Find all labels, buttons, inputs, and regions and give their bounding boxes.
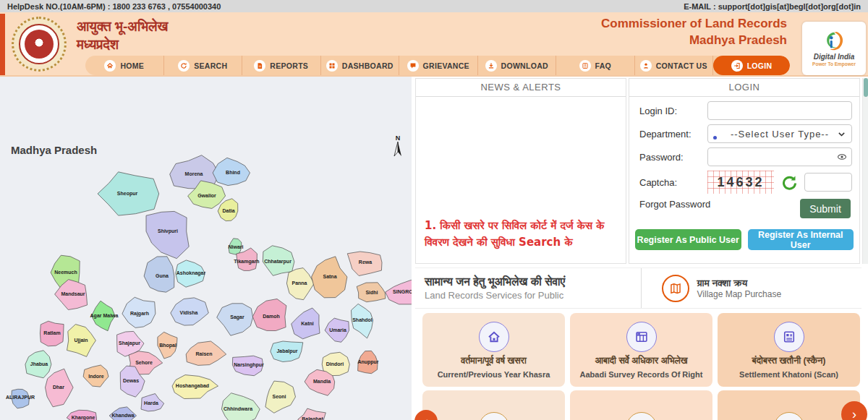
map-panel: Madhya Pradesh N SheopurMorenaBhindGwali… — [0, 77, 414, 420]
register-internal-user-button[interactable]: Register As Internal User — [748, 229, 854, 250]
search-icon — [178, 60, 190, 72]
scrollbar[interactable] — [862, 78, 868, 264]
main-content: Madhya Pradesh N SheopurMorenaBhindGwali… — [0, 77, 868, 420]
faq-icon — [579, 60, 591, 72]
district-label: Khandwa — [111, 413, 134, 418]
eye-icon[interactable] — [837, 152, 847, 162]
nav-contact-us[interactable]: CONTACT US — [635, 56, 714, 75]
district-label: Mandsaur — [61, 291, 85, 296]
nav-grievance[interactable]: GRIEVANCE — [399, 56, 478, 75]
district-label: Ashoknagar — [176, 270, 206, 276]
district-label: Damoh — [263, 314, 280, 319]
district-label: Jhabua — [30, 361, 48, 367]
nav-dashboard[interactable]: DASHBOARD — [321, 56, 400, 75]
dashboard-icon — [326, 60, 338, 72]
folder-user-icon — [626, 412, 657, 420]
district-label: Chhatarpur — [264, 259, 292, 265]
district-label: Harda — [144, 400, 158, 406]
forgot-password-link[interactable]: Forgot Password — [639, 199, 710, 210]
district-label: Ratlam — [43, 330, 60, 335]
district-label: Panna — [292, 280, 307, 286]
nav-login[interactable]: LOGIN — [713, 56, 790, 75]
khasra-home-icon — [479, 322, 509, 352]
district-label: Dhar — [53, 385, 64, 390]
district-sagar[interactable] — [217, 304, 253, 335]
news-panel: NEWS & ALERTS 1. किसी खसरे पर सिविल कोर्… — [415, 78, 626, 264]
reports-icon — [254, 60, 265, 72]
department-select[interactable]: --Select User Type-- — [707, 124, 852, 143]
service-card-aabadi-survey-records-of-right[interactable]: आबादी सर्वे अधिकार अभिलेखAabadi Survey R… — [570, 313, 712, 387]
service-cards-row1: वर्तमान/पूर्व वर्ष खसराCurrent/Previous … — [422, 313, 860, 387]
service-card-row2-3[interactable] — [718, 390, 860, 420]
khatoni-card-icon — [774, 322, 804, 352]
service-card-row2-1[interactable] — [422, 390, 565, 420]
service-cards-row2 — [422, 390, 860, 420]
news-item[interactable]: 1. किसी खसरे पर सिविल कोर्ट में दर्ज केस… — [425, 218, 618, 252]
nav-label: FAQ — [595, 61, 612, 70]
district-label: Rajgarh — [130, 311, 149, 317]
header-accent-strip — [0, 14, 5, 75]
card-label-english: Settlement Khatoni (Scan) — [739, 370, 838, 379]
district-label: Katni — [301, 321, 314, 326]
service-card-settlement-khatoni-scan-[interactable]: बंदोबस्त खतौनी (स्कैन)Settlement Khatoni… — [718, 313, 860, 387]
services-title-hindi: सामान्य जन हेतु भूअभिलेख की सेवाएं — [425, 275, 641, 288]
district-shivpuri[interactable] — [146, 211, 189, 258]
district-label: Sheopur — [117, 191, 138, 197]
scrollbar-thumb[interactable] — [864, 78, 868, 97]
page: HelpDesk NO.(10AM-6PM) : 1800 233 6763 ,… — [0, 0, 868, 420]
captcha-refresh-icon[interactable] — [781, 174, 797, 190]
district-label: Bhopal — [159, 343, 176, 348]
district-label: Narsinghpur — [234, 362, 264, 368]
nav-home[interactable]: HOME — [85, 56, 164, 75]
khasra-home-icon — [774, 412, 804, 420]
carousel-next-button[interactable]: › — [841, 401, 867, 420]
district-label: Shahdol — [352, 317, 373, 322]
login-id-input[interactable] — [707, 101, 852, 120]
digital-india-logo: Digital India Power To Empower — [802, 22, 866, 75]
services-title-english: Land Records Services for Public — [425, 290, 641, 301]
contact-icon — [640, 60, 652, 72]
service-card-row2-2[interactable] — [570, 390, 712, 420]
village-map-purchase[interactable]: ग्राम नक्शा क्रय Village Map Purchase — [642, 268, 861, 308]
password-input[interactable] — [707, 147, 852, 166]
nav-label: HOME — [120, 61, 144, 70]
district-label: Sidhi — [365, 290, 378, 295]
district-label: Shajapur — [119, 340, 140, 346]
service-card-current-previous-year-khasra[interactable]: वर्तमान/पूर्व वर्ष खसराCurrent/Previous … — [422, 313, 565, 387]
district-label: Bhind — [226, 170, 240, 175]
nav-faq[interactable]: FAQ — [556, 56, 635, 75]
nav-label: LOGIN — [747, 61, 773, 70]
login-panel-title: LOGIN — [629, 79, 859, 97]
district-label: Mandla — [313, 379, 331, 384]
map-title: Madhya Pradesh — [11, 144, 97, 156]
nav-search[interactable]: SEARCH — [164, 56, 243, 75]
district-label: Vidisha — [180, 310, 198, 315]
madhya-pradesh-district-map[interactable]: SheopurMorenaBhindGwaliorDatiaShivpuriNi… — [0, 77, 414, 420]
captcha-input[interactable] — [804, 173, 852, 192]
nav-label: GRIEVANCE — [423, 61, 469, 70]
register-public-user-button[interactable]: Register As Public User — [635, 229, 741, 250]
district-label: Gwalior — [197, 193, 216, 198]
submit-button[interactable]: Submit — [800, 199, 851, 218]
nav-download[interactable]: DOWNLOAD — [478, 56, 557, 75]
district-label: Khargone — [72, 415, 95, 420]
district-label: Agar Malwa — [90, 313, 119, 319]
password-label: Password: — [639, 152, 707, 163]
district-label: Raisen — [196, 351, 213, 356]
digital-india-icon — [823, 30, 845, 52]
nav-label: SEARCH — [194, 61, 227, 70]
nav-reports[interactable]: REPORTS — [242, 56, 321, 75]
north-arrow-icon: N — [393, 134, 402, 160]
nav-label: REPORTS — [270, 61, 308, 70]
site-header: आयुक्त भू-अभिलेख मध्यप्रदेश Commissioner… — [0, 12, 868, 77]
survey-table-icon — [626, 322, 657, 352]
card-label-english: Aabadi Survey Records Of Right — [580, 370, 703, 379]
right-column: NEWS & ALERTS 1. किसी खसरे पर सिविल कोर्… — [414, 77, 868, 420]
district-label: Chhindwara — [224, 406, 252, 411]
district-label: Satna — [323, 274, 336, 279]
home-icon — [104, 60, 116, 72]
org-name-hindi: आयुक्त भू-अभिलेख मध्यप्रदेश — [77, 18, 168, 53]
district-label: Hoshangabad — [176, 383, 209, 389]
helpdesk-text: HelpDesk NO.(10AM-6PM) : 1800 233 6763 ,… — [7, 2, 221, 11]
district-label: Dewas — [123, 378, 139, 383]
